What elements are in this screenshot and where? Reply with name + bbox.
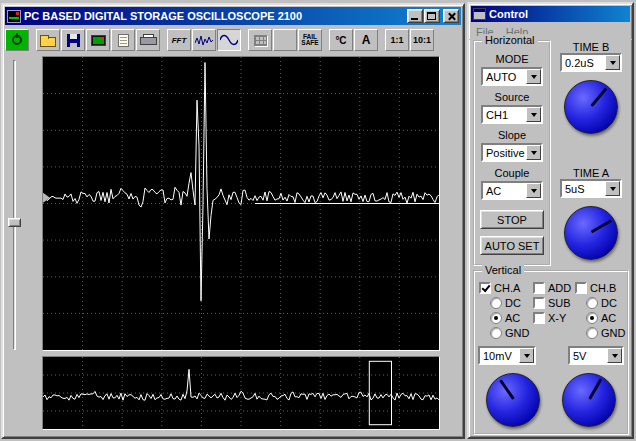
couple-label: Couple	[495, 167, 530, 179]
dc-a-radio[interactable]	[490, 297, 502, 309]
grid-button[interactable]	[248, 29, 272, 51]
control-window: Control File Help Horizontal MODE AUTO S…	[467, 2, 634, 439]
add-label: ADD	[548, 282, 571, 294]
control-window-icon	[473, 8, 486, 20]
dropdown-arrow-icon[interactable]	[526, 107, 541, 122]
gnd-a-radio-row: GND	[479, 325, 533, 340]
gnd-a-radio[interactable]	[490, 327, 502, 339]
knob-pointer	[591, 219, 612, 233]
horizontal-group: Horizontal MODE AUTO Source CH1 Slope Po…	[473, 40, 551, 266]
dropdown-arrow-icon[interactable]	[607, 348, 622, 363]
dropdown-arrow-icon[interactable]	[526, 145, 541, 160]
fft-button[interactable]: FFT	[167, 29, 191, 51]
control-titlebar[interactable]: Control	[471, 6, 630, 22]
print-button[interactable]	[136, 29, 160, 51]
failsafe-label: FAIL SAFE	[301, 34, 318, 46]
vertical-position-slider[interactable]	[7, 60, 23, 350]
ac-a-radio[interactable]	[490, 312, 502, 324]
mode-label: MODE	[496, 53, 529, 65]
vertical-group-label: Vertical	[482, 264, 524, 276]
slider-track[interactable]	[13, 60, 16, 350]
time-b-knob[interactable]	[564, 80, 618, 134]
maximize-button[interactable]	[424, 9, 440, 23]
sub-checkbox-row: SUB	[533, 295, 575, 310]
grid-icon	[254, 35, 267, 46]
dc-b-radio[interactable]	[586, 297, 598, 309]
minimize-button[interactable]	[407, 9, 423, 23]
dc-a-radio-row: DC	[479, 295, 533, 310]
volts-b-knob[interactable]	[562, 373, 616, 427]
chb-checkbox-row: CH.B	[575, 280, 626, 295]
knob-pointer	[499, 379, 515, 400]
overview-scope-display[interactable]	[42, 356, 440, 430]
smooth-wave-icon	[220, 34, 238, 46]
app-icon	[7, 10, 21, 23]
main-titlebar[interactable]: PC BASED DIGITAL STORAGE OSCILLOSCOPE 21…	[5, 7, 461, 25]
ac-b-radio-row: AC	[575, 310, 626, 325]
knob-pointer	[588, 378, 602, 399]
add-checkbox[interactable]	[533, 282, 545, 294]
dropdown-arrow-icon[interactable]	[526, 69, 541, 84]
stop-button[interactable]: STOP	[480, 210, 544, 229]
cha-checkbox[interactable]	[479, 282, 491, 294]
dropdown-arrow-icon[interactable]	[526, 183, 541, 198]
font-button[interactable]: A	[354, 29, 378, 51]
control-window-title: Control	[489, 8, 628, 20]
probe-10-1-button[interactable]: 10:1	[410, 29, 434, 51]
slope-select[interactable]: Positive	[481, 143, 543, 162]
chb-checkbox[interactable]	[575, 282, 587, 294]
ac-b-radio[interactable]	[586, 312, 598, 324]
dc-a-label: DC	[505, 297, 521, 309]
volts-a-select[interactable]: 10mV	[478, 346, 536, 365]
autoset-button[interactable]: AUTO SET	[480, 236, 544, 255]
open-button[interactable]	[36, 29, 60, 51]
dropdown-arrow-icon[interactable]	[519, 348, 534, 363]
toolbar-separator	[242, 29, 247, 51]
volts-a-knob[interactable]	[486, 373, 540, 427]
time-b-label: TIME B	[573, 41, 610, 53]
overview-waveform	[43, 357, 439, 429]
slider-thumb[interactable]	[8, 218, 21, 227]
noisy-waveform-button[interactable]	[192, 29, 216, 51]
printer-icon	[140, 34, 156, 46]
close-button[interactable]	[443, 9, 459, 23]
smooth-waveform-button[interactable]	[217, 29, 241, 51]
volts-b-select[interactable]: 5V	[568, 346, 624, 365]
failsafe-button[interactable]: FAIL SAFE	[298, 29, 322, 51]
xy-checkbox-row: X-Y	[533, 310, 575, 325]
notes-button[interactable]	[111, 29, 135, 51]
noisy-wave-icon	[195, 34, 213, 46]
couple-select[interactable]: AC	[481, 181, 543, 200]
dc-b-radio-row: DC	[575, 295, 626, 310]
toolbar-separator	[323, 29, 328, 51]
open-folder-icon	[40, 37, 56, 47]
cha-label: CH.A	[494, 282, 520, 294]
main-toolbar: FFT FAIL SAFE °C A 1:1 10:1	[3, 27, 463, 53]
save-button[interactable]	[61, 29, 85, 51]
capture-button[interactable]	[86, 29, 110, 51]
gnd-b-radio[interactable]	[586, 327, 598, 339]
power-icon	[12, 35, 22, 45]
mode-select[interactable]: AUTO	[481, 67, 543, 86]
dc-b-label: DC	[601, 297, 617, 309]
toolbar-separator	[30, 29, 35, 51]
probe-1-1-button[interactable]: 1:1	[385, 29, 409, 51]
toolbar-separator	[161, 29, 166, 51]
sub-label: SUB	[548, 297, 571, 309]
xy-checkbox[interactable]	[533, 312, 545, 324]
celsius-button[interactable]: °C	[329, 29, 353, 51]
source-select[interactable]: CH1	[481, 105, 543, 124]
main-waveform	[43, 57, 439, 350]
sub-checkbox[interactable]	[533, 297, 545, 309]
add-checkbox-row: ADD	[533, 280, 575, 295]
time-a-select[interactable]: 5uS	[560, 179, 622, 198]
dropdown-arrow-icon[interactable]	[605, 55, 620, 70]
dotted-display-button[interactable]	[273, 29, 297, 51]
gnd-b-radio-row: GND	[575, 325, 626, 340]
time-a-knob[interactable]	[564, 206, 618, 260]
run-button[interactable]	[5, 29, 29, 51]
time-b-select[interactable]: 0.2uS	[560, 53, 622, 72]
dropdown-arrow-icon[interactable]	[605, 181, 620, 196]
timebase-column: TIME B 0.2uS TIME A 5uS	[553, 38, 629, 260]
empty-cell	[533, 325, 575, 340]
